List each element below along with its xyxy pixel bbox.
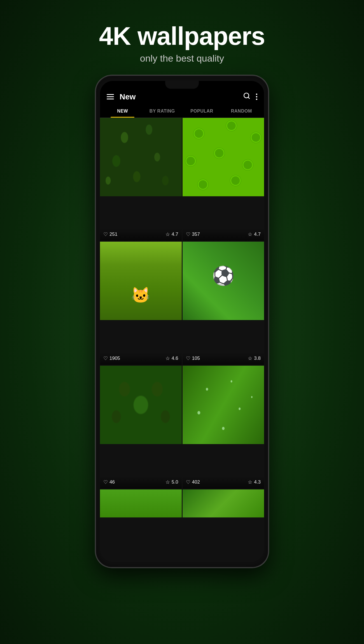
main-title: 4K wallpapers: [99, 22, 265, 50]
wallpaper-image: [183, 366, 264, 444]
wallpaper-stats: ♡ 357 ☆ 4.7: [183, 228, 264, 241]
rating-group: ☆ 5.0: [165, 479, 178, 485]
wallpaper-item[interactable]: [183, 489, 264, 562]
likes-count: 1905: [109, 356, 120, 361]
phone-frame: New: [95, 75, 269, 568]
star-icon: ☆: [165, 355, 170, 361]
svg-line-1: [248, 97, 249, 99]
rating-group: ☆ 4.6: [165, 355, 178, 361]
wallpaper-item[interactable]: ♡ 46 ☆ 5.0: [100, 366, 182, 489]
tab-by-rating[interactable]: BY RATING: [143, 105, 182, 118]
tab-popular[interactable]: POPULAR: [182, 105, 222, 118]
rating-group: ☆ 4.7: [165, 231, 178, 237]
rating-value: 4.7: [254, 232, 261, 237]
phone-notch: [165, 81, 199, 89]
tab-bar: NEW BY RATING POPULAR RANDOM: [100, 105, 264, 118]
heart-icon: ♡: [186, 355, 190, 361]
heart-icon: ♡: [103, 479, 108, 485]
likes-group: ♡ 1905: [103, 355, 120, 361]
power-button: [268, 137, 269, 160]
heart-icon: ♡: [186, 479, 190, 485]
likes-count: 251: [109, 232, 117, 237]
star-icon: ☆: [248, 231, 252, 237]
rating-value: 5.0: [172, 479, 178, 485]
wallpaper-image: [183, 118, 264, 196]
more-options-button[interactable]: [256, 94, 257, 100]
wallpaper-item[interactable]: [100, 489, 182, 562]
wallpaper-image: [183, 489, 264, 517]
star-icon: ☆: [248, 479, 252, 485]
likes-group: ♡ 105: [186, 355, 200, 361]
wallpaper-item[interactable]: ♡ 1905 ☆ 4.6: [100, 242, 182, 365]
wallpaper-image: [100, 118, 182, 196]
search-button[interactable]: [243, 92, 250, 101]
sub-title: only the best quality: [99, 53, 265, 64]
hamburger-menu-button[interactable]: [107, 94, 114, 99]
rating-group: ☆ 4.3: [248, 479, 261, 485]
likes-count: 402: [192, 479, 200, 485]
tab-new[interactable]: NEW: [103, 105, 143, 118]
app-header: 4K wallpapers only the best quality: [99, 22, 265, 64]
star-icon: ☆: [165, 479, 170, 485]
wallpaper-image: [100, 242, 182, 320]
wallpaper-stats: ♡ 1905 ☆ 4.6: [100, 353, 182, 365]
wallpaper-image: [183, 242, 264, 320]
star-icon: ☆: [165, 231, 170, 237]
tab-random[interactable]: RANDOM: [222, 105, 262, 118]
app-content: New: [100, 81, 264, 562]
volume-up-button: [95, 146, 96, 168]
likes-count: 357: [192, 232, 200, 237]
likes-count: 105: [192, 356, 200, 361]
rating-group: ☆ 4.7: [248, 231, 261, 237]
wallpaper-item[interactable]: ♡ 105 ☆ 3.8: [183, 242, 264, 365]
wallpaper-item[interactable]: ♡ 357 ☆ 4.7: [183, 118, 264, 241]
volume-down-button: [95, 174, 96, 196]
heart-icon: ♡: [186, 231, 190, 237]
rating-value: 4.3: [254, 479, 261, 485]
top-bar-right: [243, 92, 257, 101]
wallpaper-image: [100, 366, 182, 444]
likes-group: ♡ 251: [103, 231, 117, 237]
rating-value: 4.7: [172, 232, 178, 237]
rating-value: 3.8: [254, 356, 261, 361]
wallpaper-grid: ♡ 251 ☆ 4.7: [100, 118, 264, 562]
likes-group: ♡ 46: [103, 479, 115, 485]
likes-count: 46: [109, 479, 115, 485]
wallpaper-stats: ♡ 402 ☆ 4.3: [183, 476, 264, 489]
wallpaper-image: [100, 489, 182, 517]
heart-icon: ♡: [103, 355, 108, 361]
wallpaper-item[interactable]: ♡ 251 ☆ 4.7: [100, 118, 182, 241]
wallpaper-item[interactable]: ♡ 402 ☆ 4.3: [183, 366, 264, 489]
heart-icon: ♡: [103, 231, 108, 237]
likes-group: ♡ 357: [186, 231, 200, 237]
wallpaper-stats: ♡ 105 ☆ 3.8: [183, 353, 264, 365]
likes-group: ♡ 402: [186, 479, 200, 485]
app-title: New: [120, 92, 136, 101]
rating-value: 4.6: [172, 356, 178, 361]
star-icon: ☆: [248, 355, 252, 361]
phone-screen: New: [100, 81, 264, 562]
wallpaper-stats: ♡ 251 ☆ 4.7: [100, 228, 182, 241]
rating-group: ☆ 3.8: [248, 355, 261, 361]
phone-mockup: New: [95, 75, 269, 568]
top-bar-left: New: [107, 92, 136, 101]
wallpaper-stats: ♡ 46 ☆ 5.0: [100, 476, 182, 489]
mute-button: [95, 126, 96, 140]
